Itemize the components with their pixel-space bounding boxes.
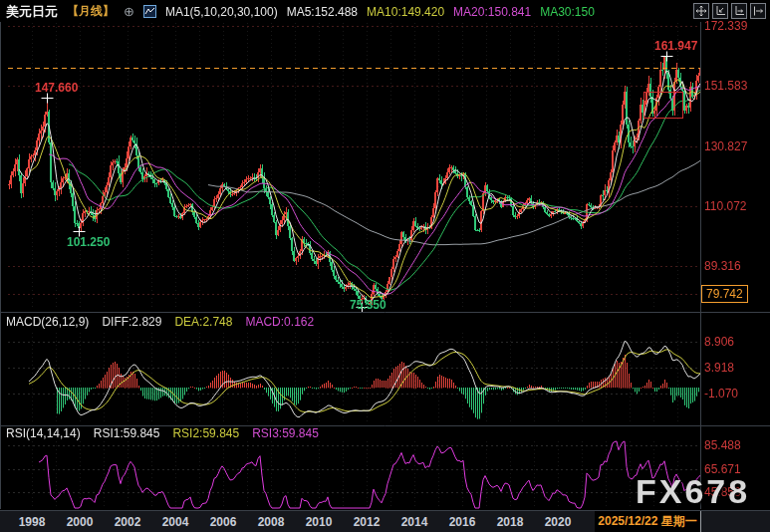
year-tick-label: 1998: [15, 515, 49, 529]
expand-axis-icon: [733, 5, 745, 17]
price-axis-label: 151.583: [704, 79, 747, 93]
ma20-value: MA20:150.841: [453, 5, 531, 19]
price-annotation: 75.350: [350, 298, 386, 312]
year-tick-label: 2020: [541, 515, 575, 529]
symbol-label: 美元日元: [6, 3, 58, 21]
year-tick-label: 2004: [158, 515, 192, 529]
chart-app: 美元日元 【月线】 ⊕ MA1(5,10,20,30,100) MA5:152.…: [0, 0, 770, 532]
macd-diff-value: DIFF:2.829: [102, 315, 161, 329]
price-annotation: 101.250: [67, 235, 110, 249]
rsi-header: RSI(14,14,14) RSI1:59.845 RSI2:59.845 RS…: [6, 426, 319, 440]
timeframe-label[interactable]: 【月线】: [67, 3, 115, 20]
rsi3-value: RSI3:59.845: [252, 426, 319, 440]
price-axis-label: 89.316: [704, 259, 741, 273]
macd-axis-label: 3.918: [704, 361, 734, 375]
price-axis-label: 172.339: [704, 19, 747, 33]
time-axis: 1998 2000 2002 2004 2006 2008 2010 2012 …: [0, 510, 770, 532]
chart-header: 美元日元 【月线】 ⊕ MA1(5,10,20,30,100) MA5:152.…: [6, 3, 595, 20]
macd-header: MACD(26,12,9) DIFF:2.829 DEA:2.748 MACD:…: [6, 315, 314, 329]
price-axis-label: 110.072: [704, 199, 747, 213]
rsi-axis-label: 85.488: [704, 438, 741, 452]
chart-canvas[interactable]: [0, 0, 770, 532]
shift-right-button[interactable]: [750, 3, 766, 19]
compress-scale-button[interactable]: [712, 3, 728, 19]
year-tick-label: 2010: [302, 515, 336, 529]
year-tick-label: 2006: [206, 515, 240, 529]
ma30-value: MA30:150: [540, 5, 595, 19]
add-indicator-icon[interactable]: ⊕: [124, 4, 134, 19]
year-tick-label: 2012: [350, 515, 384, 529]
watermark: FX678: [636, 472, 750, 511]
macd-axis-label: 8.906: [704, 335, 734, 349]
line-chart-icon[interactable]: [143, 5, 156, 18]
price-annotation: 147.660: [35, 81, 78, 95]
pan-tool-button[interactable]: [693, 3, 709, 19]
expand-scale-button[interactable]: [731, 3, 747, 19]
year-tick-label: 2016: [445, 515, 479, 529]
price-axis-boxed-label: 79.742: [701, 285, 748, 303]
macd-macd-value: MACD:0.162: [245, 315, 314, 329]
current-date-label: 2025/12/22 星期一: [595, 511, 700, 532]
year-tick-label: 2018: [493, 515, 527, 529]
ma10-value: MA10:149.420: [367, 5, 444, 19]
macd-axis-label: -1.070: [704, 387, 738, 400]
rsi-title: RSI(14,14,14): [6, 426, 81, 440]
compress-axis-icon: [714, 5, 726, 17]
year-tick-label: 2008: [254, 515, 288, 529]
axis-separator: [700, 511, 701, 532]
price-axis-label: 130.827: [704, 139, 747, 153]
year-tick-label: 2014: [397, 515, 431, 529]
year-tick-label: 2002: [111, 515, 144, 529]
ma-settings-label: MA1(5,10,20,30,100): [165, 5, 278, 19]
pan-icon: [695, 5, 707, 17]
rsi1-value: RSI1:59.845: [94, 426, 160, 440]
rsi2-value: RSI2:59.845: [172, 426, 239, 440]
price-annotation: 161.947: [654, 39, 697, 53]
year-tick-label: 2000: [63, 515, 97, 529]
macd-title: MACD(26,12,9): [6, 315, 89, 329]
ma5-value: MA5:152.488: [287, 5, 358, 19]
macd-dea-value: DEA:2.748: [174, 315, 232, 329]
selection-rectangle: [643, 92, 683, 119]
chart-toolbar: [693, 3, 766, 19]
shift-right-icon: [752, 5, 764, 17]
